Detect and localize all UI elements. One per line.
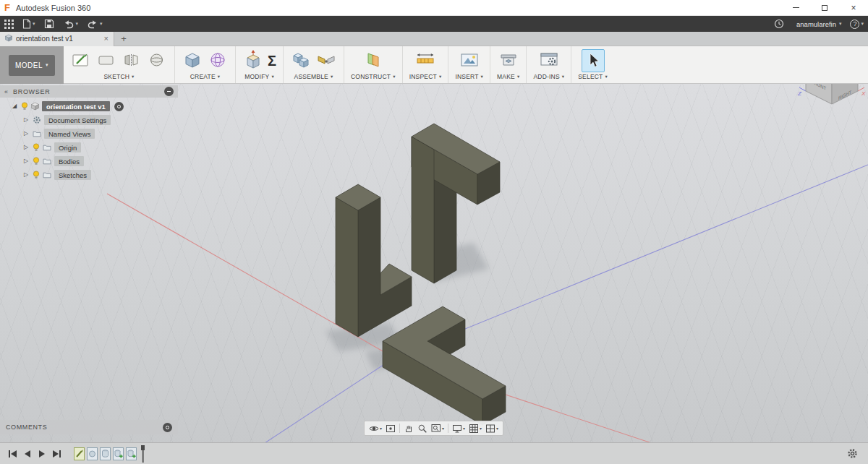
- timeline-settings-gear-icon[interactable]: [847, 448, 858, 459]
- browser-header[interactable]: « BROWSER: [0, 85, 178, 98]
- construct-plane-button[interactable]: [362, 49, 384, 72]
- comments-panel[interactable]: COMMENTS: [0, 420, 178, 434]
- new-tab-button[interactable]: +: [114, 32, 133, 46]
- expand-caret-icon[interactable]: ▷: [22, 158, 30, 164]
- scripts-addins-button[interactable]: [538, 49, 560, 72]
- construct-menu-label[interactable]: CONSTRUCT: [351, 73, 396, 80]
- save-button[interactable]: [40, 16, 59, 32]
- timeline-extrude-feature-icon[interactable]: [100, 447, 111, 460]
- browser-row-root[interactable]: ◢ orientation test v1: [0, 100, 178, 112]
- joint-button[interactable]: [315, 49, 337, 72]
- make-menu-label[interactable]: MAKE: [497, 73, 519, 80]
- timeline-play-button[interactable]: [35, 447, 49, 461]
- ribbon-group-select: SELECT: [571, 46, 614, 83]
- select-menu-label[interactable]: SELECT: [578, 73, 608, 80]
- undo-button[interactable]: [59, 16, 83, 32]
- inspect-menu-label[interactable]: INSPECT: [409, 73, 442, 80]
- viewports-button[interactable]: [484, 421, 500, 435]
- comments-expand-button[interactable]: [163, 423, 172, 432]
- document-tab-title: orientation test v1: [16, 35, 73, 43]
- create-menu-label[interactable]: CREATE: [190, 73, 221, 80]
- tree-item-label[interactable]: Bodies: [54, 156, 84, 166]
- sketch-sphere-button[interactable]: [146, 49, 168, 72]
- browser-row-sketches[interactable]: ▷ Sketches: [0, 169, 178, 181]
- sketch-menu-label[interactable]: SKETCH: [103, 73, 134, 80]
- visibility-bulb-icon[interactable]: [33, 143, 40, 152]
- window-maximize-button[interactable]: [810, 0, 839, 16]
- zoom-button[interactable]: [416, 421, 429, 435]
- grid-settings-button[interactable]: [467, 421, 483, 435]
- window-close-button[interactable]: ×: [839, 0, 868, 16]
- expand-caret-icon[interactable]: ▷: [22, 145, 30, 150]
- look-at-button[interactable]: [384, 421, 397, 435]
- file-menu-button[interactable]: [18, 16, 40, 32]
- timeline-go-to-start-button[interactable]: [6, 447, 20, 461]
- browser-row-bodies[interactable]: ▷ Bodies: [0, 155, 178, 167]
- tree-item-label[interactable]: Sketches: [54, 170, 91, 180]
- create-sketch-button[interactable]: [70, 49, 92, 72]
- tree-item-label[interactable]: Origin: [54, 142, 81, 152]
- press-pull-button[interactable]: [242, 49, 264, 72]
- parameters-sigma-button[interactable]: Σ: [268, 53, 276, 68]
- assemble-menu-label[interactable]: ASSEMBLE: [294, 73, 333, 80]
- body-bottom-bracket[interactable]: [383, 306, 506, 425]
- activate-component-radio[interactable]: [114, 102, 124, 111]
- axis-x-line: [107, 194, 693, 457]
- timeline-sketch-feature-icon[interactable]: [74, 447, 85, 460]
- browser-row-named-views[interactable]: ▷ Named Views: [0, 128, 178, 139]
- tree-item-label[interactable]: Named Views: [44, 129, 95, 139]
- timeline-position-marker[interactable]: [141, 445, 148, 463]
- select-tool-button[interactable]: [582, 49, 605, 72]
- timeline-bar: [0, 442, 868, 464]
- timeline-extrude-join-feature-icon[interactable]: [113, 447, 124, 460]
- sketch-mirror-button[interactable]: [121, 49, 142, 72]
- insert-image-button[interactable]: [459, 49, 480, 72]
- expand-caret-icon[interactable]: ◢: [11, 103, 18, 109]
- document-tab[interactable]: orientation test v1 ×: [0, 32, 114, 46]
- expand-caret-icon[interactable]: ▷: [22, 172, 30, 178]
- browser-collapse-button[interactable]: [164, 87, 174, 96]
- tree-item-label[interactable]: Document Settings: [44, 115, 111, 125]
- timeline-extrude-join-feature-icon[interactable]: [126, 447, 137, 460]
- timeline-go-to-end-button[interactable]: [49, 447, 64, 461]
- insert-menu-label[interactable]: INSERT: [455, 73, 483, 80]
- fusion-logo-icon: F: [4, 3, 10, 12]
- browser-row-origin[interactable]: ▷ Origin: [0, 142, 178, 153]
- pan-button[interactable]: [402, 421, 415, 435]
- timeline-step-back-button[interactable]: [20, 447, 35, 461]
- job-status-clock-icon[interactable]: [770, 16, 788, 32]
- user-account-menu[interactable]: anamularefin: [788, 16, 846, 32]
- sketch-rectangle-button[interactable]: [95, 49, 117, 72]
- orbit-button[interactable]: [367, 421, 383, 435]
- fusion-window: « BROWSER ◢ orientation test v1 ▷ Docume…: [0, 0, 868, 464]
- fit-button[interactable]: [430, 421, 446, 435]
- measure-button[interactable]: [414, 49, 436, 72]
- browser-panel: « BROWSER ◢ orientation test v1 ▷ Docume…: [0, 85, 178, 183]
- make-3d-print-button[interactable]: [498, 49, 519, 72]
- collapse-panel-icon[interactable]: «: [4, 88, 8, 95]
- document-tab-bar: orientation test v1 × +: [0, 32, 868, 46]
- help-menu-button[interactable]: ?: [846, 16, 868, 32]
- visibility-bulb-icon[interactable]: [33, 157, 40, 166]
- app-launcher-grid-icon[interactable]: [0, 16, 18, 32]
- modify-menu-label[interactable]: MODIFY: [244, 73, 274, 80]
- window-minimize-button[interactable]: [781, 0, 810, 16]
- expand-caret-icon[interactable]: ▷: [22, 131, 30, 137]
- create-box-button[interactable]: [182, 49, 203, 72]
- visibility-bulb-icon[interactable]: [33, 171, 40, 179]
- timeline-feature-icon[interactable]: [87, 447, 98, 460]
- tab-close-button[interactable]: ×: [104, 35, 109, 43]
- body-left-bracket[interactable]: [336, 184, 412, 337]
- new-component-button[interactable]: [290, 49, 312, 72]
- body-top-bracket[interactable]: [412, 124, 500, 283]
- browser-row-document-settings[interactable]: ▷ Document Settings: [0, 114, 178, 126]
- create-form-button[interactable]: [207, 49, 229, 72]
- visibility-bulb-icon[interactable]: [21, 102, 28, 111]
- expand-caret-icon[interactable]: ▷: [22, 117, 30, 123]
- root-document-label[interactable]: orientation test v1: [42, 101, 110, 111]
- display-settings-button[interactable]: [451, 421, 467, 435]
- addins-menu-label[interactable]: ADD-INS: [533, 73, 564, 80]
- cursor-icon: [584, 51, 603, 70]
- workspace-switcher-button[interactable]: MODEL: [9, 55, 55, 76]
- redo-button[interactable]: [82, 16, 107, 32]
